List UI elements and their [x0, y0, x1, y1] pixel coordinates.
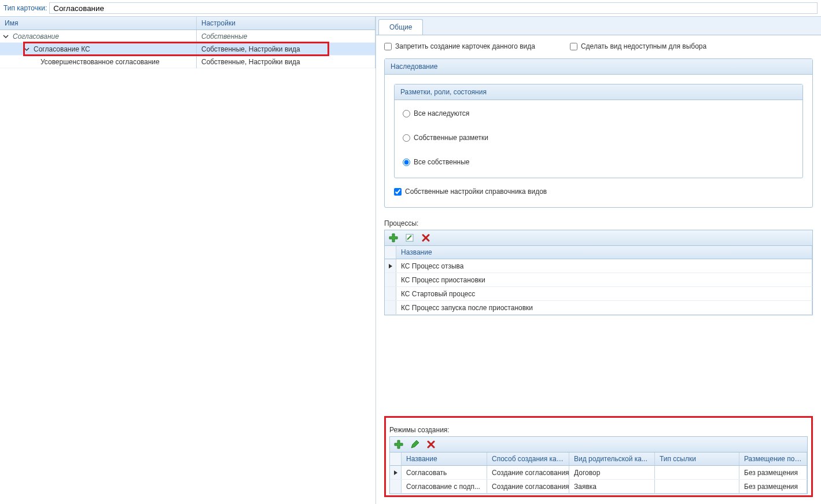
details-panel: Общие Запретить создание карточек данног… [376, 17, 821, 504]
radio-all-own-input[interactable] [403, 159, 410, 166]
creation-modes-label: Режимы создания: [389, 426, 808, 434]
rowmarker-header [385, 246, 396, 259]
own-directory-settings-input[interactable] [394, 188, 402, 196]
forbid-creation-checkbox[interactable]: Запретить создание карточек данного вида [384, 42, 535, 50]
tree-row[interactable]: СогласованиеСобственные [0, 30, 375, 43]
process-row[interactable]: КС Процесс приостановки [385, 273, 812, 287]
tree-row-name: Усовершенствованное согласование [41, 58, 160, 66]
mode-cell-c3: Договор [569, 466, 655, 479]
row-marker [385, 273, 396, 286]
pencil-edit-icon[interactable] [410, 439, 420, 450]
mode-cell-c2: Создание согласования [487, 466, 569, 479]
processes-header-name[interactable]: Название [396, 246, 812, 259]
mode-cell-c5: Без размещения [739, 480, 807, 493]
tree-row-settings: Собственные [197, 30, 375, 43]
processes-grid: Название КС Процесс отзываКС Процесс при… [384, 246, 813, 315]
tree-header: Имя Настройки [0, 17, 375, 30]
edit-icon[interactable] [404, 233, 415, 243]
delete-icon[interactable] [426, 439, 436, 450]
radio-own-layouts[interactable]: Собственные разметки [403, 134, 794, 142]
forbid-creation-label: Запретить создание карточек данного вида [395, 42, 535, 50]
modes-grid: Название Способ создания кар... Вид роди… [389, 453, 808, 494]
row-marker [385, 259, 396, 273]
inheritance-title: Наследование [385, 59, 812, 75]
radio-own-layouts-label: Собственные разметки [414, 134, 488, 142]
modes-header-parent[interactable]: Вид родительской ка... [569, 453, 655, 465]
mode-cell-c2: Создание согласования [487, 480, 569, 493]
tree-row[interactable]: Усовершенствованное согласованиеСобствен… [0, 56, 375, 68]
tree-row-name: Согласование [13, 32, 59, 41]
chevron-down-icon[interactable] [2, 33, 9, 40]
rowmarker-header [390, 453, 402, 465]
cardtype-label: Тип карточки: [3, 4, 47, 12]
process-name: КС Процесс приостановки [396, 273, 812, 286]
add-icon[interactable] [388, 233, 399, 243]
tabstrip: Общие [376, 17, 821, 35]
process-name: КС Стартовый процесс [396, 287, 812, 300]
radio-all-inherit-label: Все наследуются [414, 109, 469, 117]
mode-cell-c1: Согласование с подп... [402, 480, 487, 493]
tree-row-settings: Собственные, Настройки вида [197, 56, 375, 68]
tree-row-settings: Собственные, Настройки вида [197, 43, 375, 56]
tree-row[interactable]: Согласование КССобственные, Настройки ви… [0, 43, 375, 56]
mode-row[interactable]: СогласоватьСоздание согласованияДоговорБ… [390, 466, 807, 480]
chevron-down-icon[interactable] [23, 46, 30, 53]
layouts-roles-states-title: Разметки, роли, состояния [395, 84, 802, 100]
processes-toolbar [384, 230, 813, 246]
row-marker [385, 287, 396, 300]
unavailable-input[interactable] [570, 43, 577, 50]
forbid-creation-input[interactable] [384, 43, 392, 50]
tree-body: СогласованиеСобственныеСогласование КССо… [0, 30, 375, 68]
cardtype-input[interactable] [49, 2, 818, 14]
creation-modes-highlight: Режимы создания: Название Способ создани… [384, 416, 813, 497]
process-row[interactable]: КС Стартовый процесс [385, 287, 812, 301]
tree-row-name: Согласование КС [34, 45, 90, 53]
modes-header-method[interactable]: Способ создания кар... [487, 453, 569, 465]
mode-cell-c3: Заявка [569, 480, 655, 493]
top-checkboxes: Запретить создание карточек данного вида… [384, 42, 813, 50]
own-directory-settings-label: Собственные настройки справочника видов [405, 187, 547, 196]
inheritance-group: Наследование Разметки, роли, состояния В… [384, 58, 813, 208]
row-marker [390, 466, 402, 479]
processes-label: Процессы: [384, 219, 813, 227]
types-tree-panel: Имя Настройки СогласованиеСобственныеСог… [0, 17, 376, 504]
radio-all-own-label: Все собственные [414, 158, 470, 166]
unavailable-label: Сделать вид недоступным для выбора [581, 42, 706, 50]
process-row[interactable]: КС Процесс запуска после приостановки [385, 301, 812, 315]
tree-header-settings[interactable]: Настройки [197, 17, 375, 30]
mode-cell-c1: Согласовать [402, 466, 487, 479]
process-name: КС Процесс запуска после приостановки [396, 301, 812, 314]
add-icon[interactable] [393, 439, 404, 450]
row-marker [390, 480, 402, 493]
layouts-roles-states-group: Разметки, роли, состояния Все наследуютс… [394, 84, 803, 178]
tree-header-name[interactable]: Имя [0, 17, 197, 30]
mode-cell-c4 [655, 466, 739, 479]
row-marker [385, 301, 396, 314]
process-name: КС Процесс отзыва [396, 259, 812, 273]
radio-all-inherit[interactable]: Все наследуются [403, 109, 794, 117]
process-row[interactable]: КС Процесс отзыва [385, 259, 812, 273]
radio-all-own[interactable]: Все собственные [403, 158, 794, 166]
tab-general[interactable]: Общие [378, 19, 423, 35]
delete-icon[interactable] [421, 233, 431, 243]
modes-header-linktype[interactable]: Тип ссылки [655, 453, 739, 465]
radio-all-inherit-input[interactable] [403, 110, 410, 117]
radio-own-layouts-input[interactable] [403, 134, 410, 142]
modes-header-name[interactable]: Название [402, 453, 487, 465]
mode-cell-c5: Без размещения [739, 466, 807, 479]
unavailable-checkbox[interactable]: Сделать вид недоступным для выбора [570, 42, 706, 50]
modes-toolbar [389, 436, 808, 453]
own-directory-settings-checkbox[interactable]: Собственные настройки справочника видов [394, 187, 803, 196]
mode-row[interactable]: Согласование с подп...Создание согласова… [390, 480, 807, 494]
topbar: Тип карточки: [0, 0, 821, 17]
mode-cell-c4 [655, 480, 739, 493]
modes-header-placement[interactable]: Размещение по умол... [739, 453, 807, 465]
